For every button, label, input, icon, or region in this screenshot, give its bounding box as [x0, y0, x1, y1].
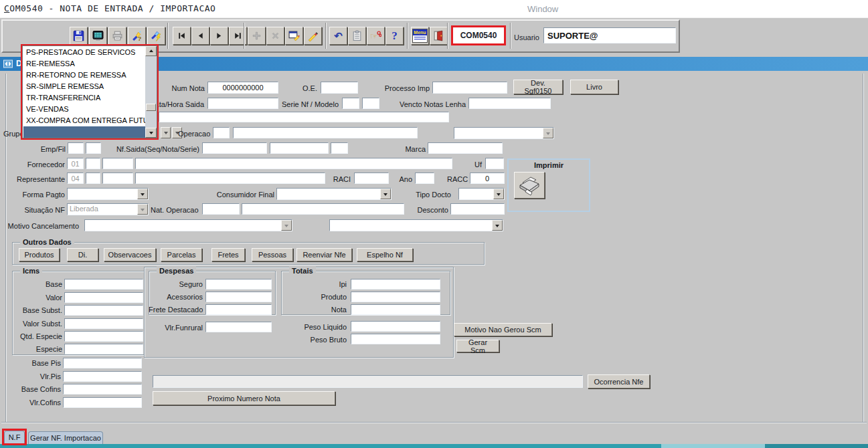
- vencto-notas-lenha-input[interactable]: [468, 98, 551, 109]
- peso-bruto-input[interactable]: [351, 334, 440, 344]
- reenviar-nfe-button[interactable]: Reenviar Nfe: [296, 248, 352, 261]
- dropdown-scrollbar[interactable]: [145, 46, 157, 138]
- form-code-field[interactable]: COM0540: [451, 25, 506, 45]
- modelo-input[interactable]: [362, 98, 379, 109]
- icms-base-subst-input[interactable]: [64, 305, 143, 316]
- num-nota-input[interactable]: [207, 82, 278, 94]
- grupo-option[interactable]: RE-REMESSA: [23, 58, 147, 70]
- oe-input[interactable]: [321, 82, 358, 94]
- espelho-nf-button[interactable]: Espelho Nf: [357, 248, 413, 261]
- representante-code-input[interactable]: [86, 173, 100, 184]
- first-record-button[interactable]: [173, 27, 191, 45]
- forma-pagto-combo[interactable]: [67, 188, 149, 200]
- chevron-down-icon[interactable]: [137, 189, 148, 199]
- chevron-down-icon[interactable]: [543, 128, 553, 138]
- icms-valor-input[interactable]: [64, 292, 143, 303]
- dev-sgf0150-button[interactable]: Dev. Sgf0150: [513, 80, 563, 94]
- display-button[interactable]: [89, 27, 107, 45]
- serie-nf-input[interactable]: [342, 98, 359, 109]
- nat-operacao-desc-input[interactable]: [242, 203, 404, 215]
- representante-tipo-input[interactable]: [67, 173, 84, 184]
- grupo-option[interactable]: PS-PRESTACAO DE SERVICOS: [23, 47, 147, 58]
- proximo-numero-nota-button[interactable]: Proximo Numero Nota: [153, 391, 335, 405]
- delete-record-button[interactable]: [266, 27, 284, 45]
- racc-input[interactable]: [470, 173, 505, 184]
- uf-input[interactable]: [485, 158, 504, 169]
- icms-valor-subst-input[interactable]: [64, 318, 143, 329]
- icms-base-input[interactable]: [64, 279, 143, 290]
- grupo-option[interactable]: SR-SIMPLE REMESSA: [23, 81, 147, 92]
- grupo-option[interactable]: RR-RETORNO DE REMESSA: [23, 70, 147, 81]
- tab-nf[interactable]: N.F: [4, 431, 25, 443]
- nota-input[interactable]: [351, 304, 440, 315]
- motivo-cancelamento-combo[interactable]: [84, 219, 292, 231]
- exit-button[interactable]: [430, 27, 448, 45]
- vlr-pis-input[interactable]: [63, 371, 142, 382]
- peso-liquido-input[interactable]: [351, 321, 440, 332]
- next-record-button[interactable]: [210, 27, 228, 45]
- representante-nome-input[interactable]: [135, 173, 325, 184]
- operacao-combo[interactable]: [454, 127, 554, 139]
- pessoas-button[interactable]: Pessoas: [252, 248, 293, 261]
- grupo-option-selected[interactable]: [23, 126, 147, 138]
- motivo-cancelamento-combo-2[interactable]: [329, 219, 503, 231]
- operacao-code-input[interactable]: [213, 127, 230, 138]
- chevron-down-icon[interactable]: [380, 189, 391, 199]
- print-button[interactable]: [108, 27, 126, 45]
- help-button[interactable]: ?: [385, 27, 404, 45]
- edit-record-button[interactable]: [285, 27, 303, 45]
- chevron-down-icon[interactable]: [281, 220, 292, 231]
- grupo-option[interactable]: TR-TRANSFERENCIA: [23, 92, 147, 104]
- fil-input[interactable]: [86, 142, 101, 154]
- observacoes-button[interactable]: Observacoes: [104, 248, 156, 261]
- keys-button[interactable]: ☞: [367, 27, 385, 45]
- representante-code2-input[interactable]: [102, 173, 133, 184]
- gerar-scm-button[interactable]: Gerar Scm: [456, 340, 499, 352]
- query-button[interactable]: ?: [128, 27, 146, 45]
- marca-input[interactable]: [428, 142, 503, 154]
- base-cofins-input[interactable]: [63, 384, 142, 395]
- parcelas-button[interactable]: Parcelas: [161, 248, 202, 261]
- chevron-down-icon[interactable]: [493, 189, 504, 199]
- undo-button[interactable]: ↶: [329, 27, 347, 45]
- scroll-up-icon[interactable]: [145, 46, 157, 56]
- chevron-down-icon[interactable]: [492, 220, 503, 231]
- tab-gerar-nf-importacao[interactable]: Gerar NF. Importacao: [28, 431, 103, 444]
- seguro-input[interactable]: [205, 279, 272, 290]
- scroll-down-icon[interactable]: [145, 128, 157, 138]
- fornecedor-code2-input[interactable]: [102, 158, 133, 169]
- ocorrencia-nfe-button[interactable]: Ocorrencia Nfe: [588, 374, 650, 388]
- clipboard-button[interactable]: [348, 27, 366, 45]
- di-button[interactable]: Di.: [67, 248, 98, 261]
- insert-record-button[interactable]: [248, 27, 266, 45]
- vlr-funrural-input[interactable]: [205, 322, 272, 332]
- scrollbar-thumb[interactable]: [146, 104, 156, 111]
- menu-button[interactable]: Menu: [411, 27, 429, 45]
- vlr-cofins-input[interactable]: [63, 397, 142, 408]
- ano-input[interactable]: [415, 173, 434, 184]
- grupo-option[interactable]: XX-COMPRA COM ENTREGA FUTURA: [23, 115, 147, 126]
- previous-record-button[interactable]: [191, 27, 209, 45]
- produtos-button[interactable]: Produtos: [19, 248, 60, 261]
- nf-saida-seq-input[interactable]: [202, 142, 267, 154]
- produto-input[interactable]: [351, 292, 440, 302]
- nf-saida-nota-input[interactable]: [270, 142, 329, 154]
- icms-especie-input[interactable]: [64, 344, 143, 354]
- nat-operacao-code-input[interactable]: [202, 203, 240, 215]
- fornecedor-code-input[interactable]: [86, 158, 100, 169]
- tipo-docto-combo[interactable]: [458, 188, 505, 200]
- save-button[interactable]: [70, 27, 88, 45]
- fretes-button[interactable]: Fretes: [211, 248, 245, 261]
- descricao-input[interactable]: [159, 112, 449, 122]
- frete-destacado-input[interactable]: [205, 304, 272, 315]
- grupo-option[interactable]: VE-VENDAS: [23, 104, 147, 115]
- desconto-input[interactable]: [450, 203, 505, 215]
- livro-button[interactable]: Livro: [570, 80, 618, 94]
- acessorios-input[interactable]: [205, 292, 272, 302]
- nf-saida-serie-input[interactable]: [331, 142, 348, 154]
- ipi-input[interactable]: [351, 279, 440, 290]
- menu-item-window[interactable]: Window: [527, 4, 558, 14]
- icms-qtd-especie-input[interactable]: [64, 331, 143, 342]
- operacao-desc-input[interactable]: [233, 127, 418, 138]
- emp-input[interactable]: [68, 142, 84, 154]
